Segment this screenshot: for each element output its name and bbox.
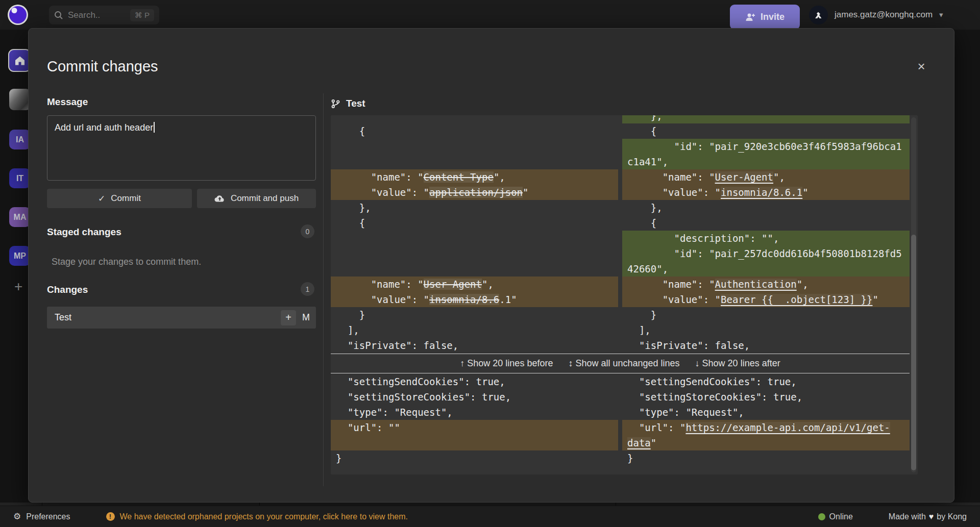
cloud-upload-icon [214, 194, 225, 203]
diff-cell-right: ], [622, 322, 910, 338]
commit-and-push-button[interactable]: Commit and push [197, 189, 316, 208]
diff-unchanged-controls: ↑ Show 20 lines before↕ Show all unchang… [331, 354, 910, 373]
diff-file-name: Test [346, 98, 365, 109]
diff-cell-left: { [331, 215, 618, 231]
sidebar-project-ma[interactable]: MA [9, 207, 31, 227]
diff-cell-left: "name": "Content-Type", [331, 169, 618, 185]
diff-grid: }, { { "id": "pair_920e3cb60e3f46f5983af… [331, 115, 910, 466]
diff-cell-right: } [622, 307, 910, 322]
sidebar-badges: IAITMAMP [9, 130, 31, 266]
diff-cell-left: "settingStoreCookies": true, [331, 389, 618, 405]
heart-icon: ♥ [929, 512, 934, 521]
sidebar-project-ia[interactable]: IA [9, 130, 31, 149]
show-lines-after-button[interactable]: ↓ Show 20 lines after [695, 358, 780, 369]
warning-icon: ! [106, 512, 115, 521]
online-status-icon [818, 513, 825, 520]
commit-button-label: Commit [111, 193, 141, 204]
staged-hint: Stage your changes to commit them. [52, 257, 201, 267]
sidebar-project-mp[interactable]: MP [9, 246, 31, 266]
change-list-item[interactable]: Test + M [47, 307, 316, 329]
diff-cell-right: "name": "User-Agent", [622, 169, 910, 185]
diff-cell-right: }, [622, 115, 910, 123]
topbar: Search.. ⌘ P Invite james.gatz@konghq.co… [0, 0, 980, 30]
insomnia-logo-icon[interactable] [7, 4, 29, 26]
diff-cell-right: "settingStoreCookies": true, [622, 389, 910, 405]
diff-cell-right: } [622, 450, 910, 466]
changes-count-badge: 1 [301, 282, 314, 296]
add-project-button[interactable]: + [14, 279, 22, 295]
commit-changes-modal: Commit changes × Message Add url and aut… [28, 28, 954, 503]
change-item-name: Test [55, 312, 71, 323]
insomnia-app: Search.. ⌘ P Invite james.gatz@konghq.co… [0, 0, 980, 527]
text-caret [154, 122, 155, 133]
diff-cell-left: "isPrivate": false, [331, 338, 618, 353]
diff-cell-left: "settingSendCookies": true, [331, 374, 618, 389]
preferences-button[interactable]: ⚙ Preferences [13, 511, 70, 522]
diff-cell-left: ], [331, 322, 618, 338]
user-email: james.gatz@konghq.com [835, 10, 933, 20]
commit-buttons-row: ✓ Commit Commit and push [47, 189, 316, 208]
warning-text: We have detected orphaned projects on yo… [120, 512, 408, 521]
diff-viewer[interactable]: }, { { "id": "pair_920e3cb60e3f46f5983af… [331, 115, 918, 474]
diff-file-header: Test [331, 98, 365, 109]
diff-scrollbar-thumb[interactable] [911, 235, 916, 470]
home-icon [14, 56, 26, 66]
change-item-actions: + M [281, 310, 310, 325]
diff-cell-left [331, 115, 618, 123]
diff-cell-right: "description": "", "id": "pair_257dc0dd6… [622, 231, 910, 277]
invite-label: Invite [761, 12, 785, 22]
statusbar: ⚙ Preferences ! We have detected orphane… [0, 506, 980, 527]
user-avatar[interactable] [9, 89, 31, 110]
search-shortcut: ⌘ P [130, 9, 154, 21]
online-label: Online [829, 512, 853, 521]
kong-avatar-icon [809, 6, 828, 24]
diff-cell-left: "value": "insomnia/8.6.1" [331, 292, 618, 307]
diff-cell-right: "value": "Bearer {{ _.object[123] }}" [622, 292, 910, 307]
diff-cell-right: "value": "insomnia/8.6.1" [622, 185, 910, 200]
diff-cell-left: "value": "application/json" [331, 185, 618, 200]
invite-user-icon [745, 13, 755, 21]
search-placeholder: Search.. [68, 10, 100, 20]
check-icon: ✓ [98, 193, 105, 204]
diff-cell-right: "url": "https://example-api.com/api/v1/g… [622, 420, 910, 450]
diff-cell-right: "id": "pair_920e3cb60e3f46f5983af96bca1c… [622, 139, 910, 169]
diff-cell-left [331, 139, 618, 169]
changes-heading: Changes [47, 284, 88, 295]
diff-cell-left: "type": "Request", [331, 405, 618, 420]
diff-cell-left: }, [331, 200, 618, 215]
diff-cell-right: { [622, 215, 910, 231]
diff-cell-right: "name": "Authentication", [622, 277, 910, 292]
staged-changes-heading: Staged changes [47, 227, 121, 238]
diff-cell-right: { [622, 123, 910, 139]
staged-count-badge: 0 [301, 224, 314, 238]
gear-icon: ⚙ [13, 511, 21, 522]
commit-button[interactable]: ✓ Commit [47, 189, 192, 208]
diff-cell-left [331, 231, 618, 277]
stage-change-button[interactable]: + [281, 310, 296, 325]
orphaned-projects-warning[interactable]: ! We have detected orphaned projects on … [106, 512, 408, 521]
diff-cell-left: "url": "" [331, 420, 618, 450]
search-icon [54, 11, 63, 20]
diff-cell-left: { [331, 123, 618, 139]
show-all-unchanged-button[interactable]: ↕ Show all unchanged lines [568, 358, 679, 369]
close-icon[interactable]: × [913, 58, 929, 74]
show-lines-before-button[interactable]: ↑ Show 20 lines before [460, 358, 553, 369]
invite-button[interactable]: Invite [730, 5, 800, 30]
diff-cell-right: "type": "Request", [622, 405, 910, 420]
statusbar-right: Online Made with ♥ by Kong [818, 512, 967, 521]
search-input[interactable]: Search.. ⌘ P [49, 6, 159, 24]
commit-message-value: Add url and auth header [55, 122, 153, 133]
diff-cell-right: }, [622, 200, 910, 215]
modal-title: Commit changes [47, 58, 158, 75]
commit-and-push-label: Commit and push [231, 193, 299, 204]
made-with-kong: Made with ♥ by Kong [889, 512, 967, 521]
account-menu[interactable]: james.gatz@konghq.com ▾ [809, 0, 943, 30]
sidebar-project-it[interactable]: IT [9, 168, 31, 188]
commit-message-input[interactable]: Add url and auth header [47, 115, 316, 181]
made-with-prefix: Made with [889, 512, 926, 521]
diff-cell-right: "settingSendCookies": true, [622, 374, 910, 389]
made-with-suffix: by Kong [937, 512, 967, 521]
diff-cell-left: } [331, 307, 618, 322]
git-branch-icon [331, 99, 340, 109]
diff-cell-right: "isPrivate": false, [622, 338, 910, 353]
